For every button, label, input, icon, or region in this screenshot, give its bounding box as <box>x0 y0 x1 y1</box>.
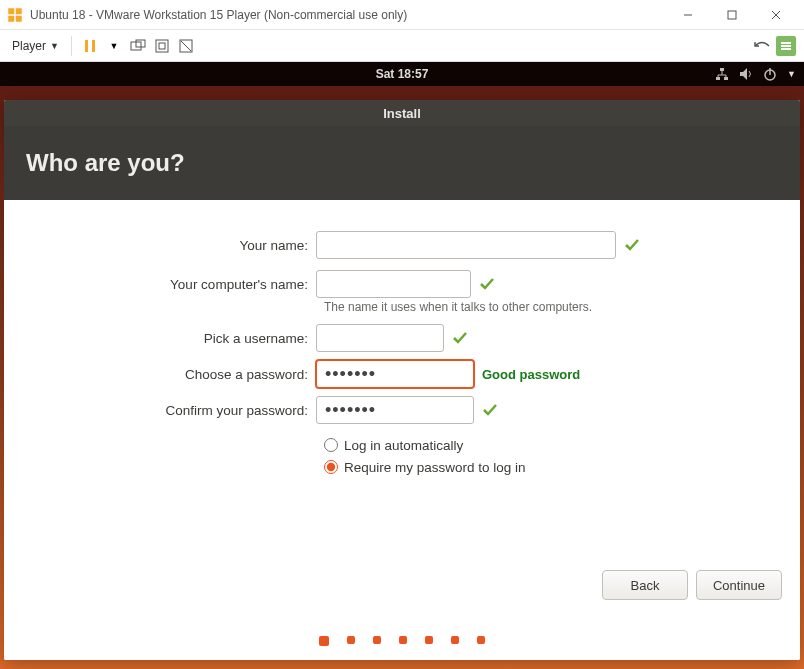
row-confirm-password: Confirm your password: <box>4 392 800 428</box>
send-ctrl-alt-del-icon[interactable] <box>128 36 148 56</box>
preferences-icon[interactable] <box>776 36 796 56</box>
username-input[interactable] <box>316 324 444 352</box>
toolbar-separator <box>71 36 72 56</box>
your-name-input[interactable] <box>316 231 616 259</box>
radio-require-label: Require my password to log in <box>344 460 526 475</box>
progress-dots <box>4 636 800 646</box>
chevron-down-icon: ▼ <box>787 69 796 79</box>
svg-rect-8 <box>85 40 88 52</box>
minimize-button[interactable] <box>666 1 710 29</box>
svg-rect-17 <box>781 45 791 47</box>
fullscreen-icon[interactable] <box>152 36 172 56</box>
svg-marker-26 <box>740 68 747 80</box>
row-password: Choose a password: Good password <box>4 356 800 392</box>
svg-rect-18 <box>781 48 791 50</box>
vmware-titlebar: Ubuntu 18 - VMware Workstation 15 Player… <box>0 0 804 30</box>
progress-dot <box>319 636 329 646</box>
network-icon <box>715 67 729 81</box>
row-your-name: Your name: <box>4 224 800 266</box>
pause-icon[interactable] <box>80 36 100 56</box>
continue-button[interactable]: Continue <box>696 570 782 600</box>
maximize-button[interactable] <box>710 1 754 29</box>
label-password: Choose a password: <box>4 367 316 382</box>
computer-name-input[interactable] <box>316 270 471 298</box>
radio-login-auto[interactable]: Log in automatically <box>324 434 800 456</box>
login-options: Log in automatically Require my password… <box>324 434 800 478</box>
progress-dot <box>477 636 485 644</box>
back-button[interactable]: Back <box>602 570 688 600</box>
check-icon <box>479 276 495 292</box>
svg-rect-1 <box>16 8 22 14</box>
radio-login-require[interactable]: Require my password to log in <box>324 456 800 478</box>
nav-buttons: Back Continue <box>602 570 782 600</box>
row-username: Pick a username: <box>4 320 800 356</box>
password-strength: Good password <box>482 367 580 382</box>
guest-desktop: Sat 18:57 ▼ Install Who are you? Your na… <box>0 62 804 669</box>
confirm-password-input[interactable] <box>316 396 474 424</box>
player-menu[interactable]: Player ▼ <box>6 36 65 56</box>
chevron-down-icon: ▼ <box>50 41 59 51</box>
progress-dot <box>451 636 459 644</box>
svg-rect-3 <box>16 15 22 21</box>
close-button[interactable] <box>754 1 798 29</box>
vmware-window-title: Ubuntu 18 - VMware Workstation 15 Player… <box>30 8 666 22</box>
unity-icon[interactable] <box>176 36 196 56</box>
clock[interactable]: Sat 18:57 <box>376 67 429 81</box>
svg-rect-2 <box>8 15 14 21</box>
label-your-name: Your name: <box>4 238 316 253</box>
svg-line-15 <box>181 41 191 51</box>
radio-auto-label: Log in automatically <box>344 438 463 453</box>
check-icon <box>482 402 498 418</box>
gnome-topbar: Sat 18:57 ▼ <box>0 62 804 86</box>
check-icon <box>452 330 468 346</box>
computer-name-hint: The name it uses when it talks to other … <box>324 300 800 314</box>
svg-rect-21 <box>720 68 724 71</box>
progress-dot <box>373 636 381 644</box>
svg-rect-5 <box>728 11 736 19</box>
power-icon <box>763 67 777 81</box>
label-computer-name: Your computer's name: <box>4 277 316 292</box>
window-controls <box>666 1 798 29</box>
radio-login-auto-input[interactable] <box>324 438 338 452</box>
vmware-toolbar: Player ▼ ▼ <box>0 30 804 62</box>
progress-dot <box>347 636 355 644</box>
vmware-logo-icon <box>6 6 24 24</box>
svg-rect-19 <box>716 77 720 80</box>
svg-rect-20 <box>724 77 728 80</box>
password-input[interactable] <box>316 360 474 388</box>
check-icon <box>624 237 640 253</box>
svg-rect-0 <box>8 8 14 14</box>
svg-rect-13 <box>159 43 165 49</box>
installer-titlebar: Install <box>4 100 800 126</box>
installer-body: Your name: Your computer's name: The nam… <box>4 200 800 660</box>
volume-icon <box>739 67 753 81</box>
progress-dot <box>399 636 407 644</box>
player-menu-label: Player <box>12 39 46 53</box>
cycle-icon[interactable] <box>752 36 772 56</box>
label-username: Pick a username: <box>4 331 316 346</box>
installer-window: Install Who are you? Your name: Your com… <box>4 100 800 660</box>
label-confirm-password: Confirm your password: <box>4 403 316 418</box>
progress-dot <box>425 636 433 644</box>
radio-login-require-input[interactable] <box>324 460 338 474</box>
row-computer-name: Your computer's name: <box>4 266 800 302</box>
svg-rect-12 <box>156 40 168 52</box>
installer-heading: Who are you? <box>4 126 800 200</box>
svg-rect-16 <box>781 42 791 44</box>
chevron-down-icon[interactable]: ▼ <box>104 36 124 56</box>
status-area[interactable]: ▼ <box>715 62 796 86</box>
svg-rect-9 <box>92 40 95 52</box>
